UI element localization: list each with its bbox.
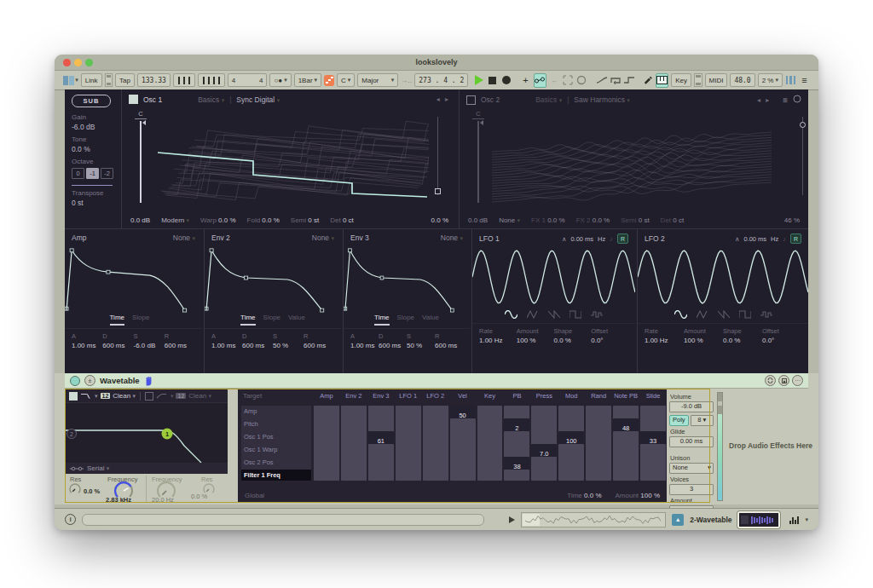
env3-mod-menu[interactable]: None ▾: [441, 233, 463, 242]
amp-mod-menu[interactable]: None ▾: [173, 233, 195, 242]
follow-icon[interactable]: →‥: [401, 74, 412, 87]
matrix-cell[interactable]: [504, 470, 529, 481]
random-wave-icon[interactable]: [591, 310, 603, 319]
maximize-window-button[interactable]: [85, 59, 93, 66]
osc1-gain-value[interactable]: 0.0 dB: [130, 216, 150, 224]
lfo2-shape[interactable]: 0.0 %: [723, 337, 762, 344]
record-button[interactable]: [500, 74, 512, 87]
cpu-meter[interactable]: 2 %▾: [758, 73, 783, 87]
matrix-cell[interactable]: [396, 470, 421, 481]
env3-attack[interactable]: 1.00 ms: [350, 342, 379, 349]
lfo1-rate[interactable]: 1.00 Hz: [479, 337, 517, 344]
save-preset-icon[interactable]: [778, 375, 789, 386]
env3-release[interactable]: 600 ms: [435, 342, 463, 349]
lfo1-waveform-display[interactable]: [472, 245, 635, 308]
sine-wave-icon[interactable]: [505, 310, 517, 319]
osc1-mode-menu[interactable]: Modern ▾: [161, 216, 189, 224]
filter2-enable-checkbox[interactable]: [145, 392, 153, 401]
amp-envelope-display[interactable]: [65, 244, 202, 314]
tab-time[interactable]: Time: [240, 314, 255, 326]
amp-release[interactable]: 600 ms: [165, 342, 195, 349]
filter-display[interactable]: 2 1: [65, 402, 228, 463]
saw-wave-icon[interactable]: [718, 310, 730, 319]
tab-time[interactable]: Time: [374, 314, 389, 326]
preset-save-icon[interactable]: ±: [84, 375, 95, 386]
lfo2-waveform-display[interactable]: [638, 245, 808, 308]
matrix-column-pb[interactable]: PB: [503, 392, 530, 405]
env2-decay[interactable]: 600 ms: [242, 342, 273, 349]
show-hide-device-view-button[interactable]: ▲: [672, 514, 684, 526]
time-signature-display[interactable]: 44: [228, 73, 268, 87]
osc1-wavetable-menu[interactable]: Sync Digital ▾: [236, 95, 280, 104]
volume-value[interactable]: -9.0 dB: [669, 401, 714, 412]
osc2-position-value[interactable]: 46 %: [784, 216, 800, 224]
clip-thumbnail[interactable]: [737, 511, 780, 528]
matrix-column-env-3[interactable]: Env 3: [367, 392, 395, 405]
matrix-column-rand[interactable]: Rand: [585, 392, 612, 405]
matrix-cell[interactable]: [314, 470, 339, 481]
osc1-detune[interactable]: Det 0 ct: [330, 216, 354, 224]
osc2-position-slider[interactable]: [799, 117, 806, 195]
poly-mode-button[interactable]: Poly: [669, 415, 689, 426]
arrangement-position-display[interactable]: 273 . 4 . 2: [414, 73, 468, 87]
glide-value[interactable]: 0.00 ms: [669, 436, 714, 447]
latency-display[interactable]: 48.0: [730, 73, 754, 87]
stop-button[interactable]: [487, 74, 498, 87]
session-link-icon[interactable]: [534, 73, 546, 88]
link-button[interactable]: Link: [81, 73, 102, 87]
octave-option-0[interactable]: 0: [72, 168, 84, 179]
matrix-cell[interactable]: [423, 470, 448, 481]
lfo2-offset[interactable]: 0.0°: [762, 337, 801, 344]
osc1-prev-next-icons[interactable]: ◂ ▸: [436, 95, 450, 103]
filter2-slope-button[interactable]: 12: [176, 393, 186, 399]
sub-button[interactable]: SUB: [72, 95, 111, 107]
device-activator-button[interactable]: [70, 376, 80, 386]
osc2-mode-menu[interactable]: None ▾: [499, 216, 520, 224]
matrix-column-lfo-1[interactable]: LFO 1: [395, 392, 422, 405]
tab-value[interactable]: Value: [288, 314, 305, 326]
preview-play-icon[interactable]: [509, 516, 515, 523]
osc2-fx2[interactable]: FX 2 0.0 %: [576, 216, 610, 224]
lfo1-shape[interactable]: 0.0 %: [554, 337, 592, 344]
tap-tempo-button[interactable]: Tap: [115, 73, 135, 87]
tempo-display[interactable]: 133.33: [137, 73, 171, 87]
tab-time[interactable]: Time: [110, 314, 124, 326]
osc1-wavetable-visual[interactable]: [158, 112, 429, 209]
hamburger-menu-icon[interactable]: ≡: [799, 74, 810, 87]
lfo1-rate-unit[interactable]: Hz: [598, 235, 605, 243]
matrix-cell[interactable]: [341, 470, 367, 481]
loop-icon[interactable]: [576, 74, 587, 87]
osc2-wavetable-visual[interactable]: [492, 112, 777, 209]
back-to-arrangement-icon[interactable]: ←: [549, 74, 560, 87]
filter1-slope-button[interactable]: 12: [101, 393, 111, 399]
voices-value[interactable]: 3: [669, 484, 714, 495]
loop-region-icon[interactable]: [610, 74, 621, 87]
tone-value[interactable]: 0.0 %: [72, 145, 120, 153]
env2-attack[interactable]: 1.00 ms: [211, 342, 242, 349]
tab-slope[interactable]: Slope: [263, 314, 280, 326]
matrix-column-lfo-2[interactable]: LFO 2: [422, 392, 449, 405]
filter1-res-value[interactable]: 0.0 %: [84, 487, 100, 495]
lfo1-sync-note-icon[interactable]: ♪: [610, 235, 613, 243]
osc1-fold[interactable]: Fold 0.0 %: [247, 216, 280, 224]
tab-slope[interactable]: Slope: [397, 314, 414, 326]
hot-swap-icon[interactable]: [765, 375, 776, 386]
matrix-column-env-2[interactable]: Env 2: [340, 392, 367, 405]
amp-sustain[interactable]: -6.0 dB: [134, 342, 165, 349]
matrix-cell[interactable]: [586, 470, 611, 481]
osc1-category-menu[interactable]: Basics ▾: [198, 95, 224, 104]
osc1-position-slider[interactable]: [434, 117, 441, 195]
osc2-list-icon[interactable]: ≡: [783, 95, 788, 105]
env2-sustain[interactable]: 50 %: [273, 342, 304, 349]
matrix-column-amp[interactable]: Amp: [313, 392, 340, 405]
random-wave-icon[interactable]: [760, 310, 772, 319]
filter1-enable-checkbox[interactable]: [69, 392, 78, 401]
amp-attack[interactable]: 1.00 ms: [72, 342, 102, 349]
nudge-up-button[interactable]: [198, 73, 225, 87]
matrix-cell[interactable]: [613, 470, 639, 481]
sine-wave-icon[interactable]: [674, 310, 687, 319]
matrix-row-label[interactable]: Filter 1 Freq: [241, 470, 311, 481]
osc2-category-menu[interactable]: Basics ▾: [535, 95, 562, 104]
selection-frame-icon[interactable]: [563, 74, 574, 87]
step-automation-icon[interactable]: [623, 74, 634, 87]
